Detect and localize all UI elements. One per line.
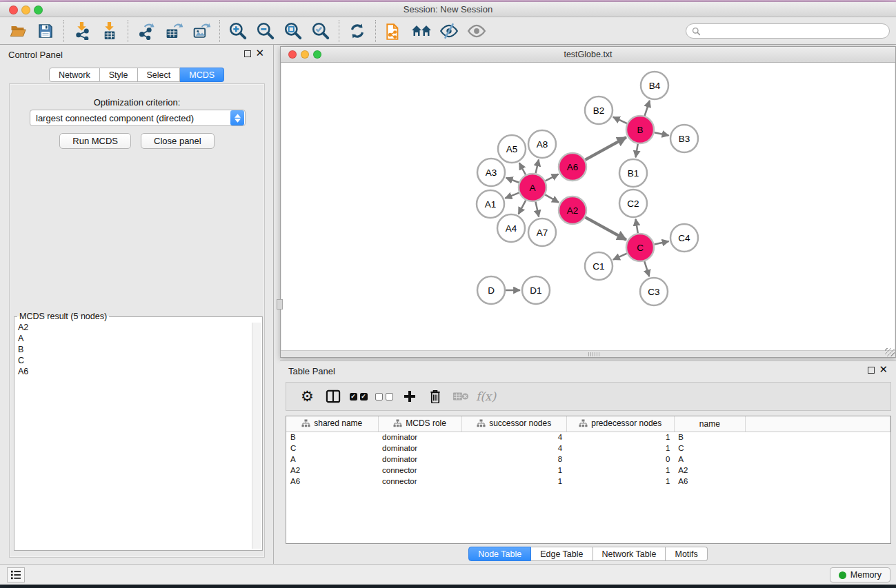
column-header-shared-name[interactable]: shared name	[286, 416, 378, 432]
refresh-view-button[interactable]	[344, 19, 371, 43]
table-cell[interactable]: 1	[566, 465, 674, 476]
memory-button[interactable]: Memory	[830, 567, 890, 582]
table-row[interactable]: Adominator80A	[286, 454, 890, 465]
graph-node-B3[interactable]: B3	[670, 125, 698, 152]
criterion-select[interactable]: largest connected component (directed)	[30, 110, 246, 126]
splitter-grip-icon[interactable]	[588, 352, 601, 356]
graph-node-A5[interactable]: A5	[498, 135, 526, 163]
tab-network-table[interactable]: Network Table	[593, 547, 666, 561]
graph-node-A6[interactable]: A6	[559, 153, 586, 181]
table-row[interactable]: A2connector11A2	[286, 465, 890, 476]
table-cell[interactable]: dominator	[378, 454, 461, 465]
graph-node-C1[interactable]: C1	[585, 252, 613, 280]
graph-node-A4[interactable]: A4	[497, 214, 525, 242]
tab-edge-table[interactable]: Edge Table	[531, 547, 593, 561]
zoom-fit-button[interactable]	[279, 19, 307, 43]
zoom-in-button[interactable]	[224, 19, 252, 43]
tab-node-table[interactable]: Node Table	[468, 547, 531, 561]
select-all-columns-button[interactable]: ✓✓	[346, 385, 371, 408]
zoom-out-button[interactable]	[252, 19, 279, 43]
unselect-all-columns-button[interactable]	[371, 385, 397, 408]
table-cell[interactable]	[745, 465, 890, 476]
edge-A6-B[interactable]	[585, 137, 626, 160]
edge-B-B4[interactable]	[645, 101, 650, 116]
table-row[interactable]: A6connector11A6	[286, 476, 890, 487]
table-cell[interactable]	[745, 476, 890, 487]
table-cell[interactable]: A2	[286, 465, 378, 476]
left-splitter-grip-icon[interactable]	[277, 299, 283, 310]
edge-A2-C[interactable]	[585, 217, 626, 240]
function-builder-button[interactable]: f(x)	[473, 385, 499, 408]
graph-node-D1[interactable]: D1	[522, 276, 550, 304]
close-table-panel-icon[interactable]: ✕	[879, 363, 888, 376]
resize-corner-icon[interactable]	[885, 348, 895, 356]
graph-node-B[interactable]: B	[626, 116, 654, 143]
graph-node-C[interactable]: C	[626, 234, 654, 261]
table-cell[interactable]: connector	[378, 476, 461, 487]
graph-node-B4[interactable]: B4	[641, 72, 668, 99]
graph-node-B2[interactable]: B2	[585, 97, 613, 124]
float-table-panel-icon[interactable]	[868, 367, 875, 374]
create-column-button[interactable]	[397, 385, 422, 408]
node-table[interactable]: shared nameMCDS rolesuccessor nodesprede…	[286, 416, 890, 487]
table-settings-button[interactable]: ⚙	[295, 385, 320, 408]
mcds-result-item[interactable]: C	[18, 355, 262, 366]
graph-node-C4[interactable]: C4	[670, 224, 698, 252]
table-cell[interactable]	[745, 432, 890, 443]
table-cell[interactable]: A6	[286, 476, 378, 487]
table-cell[interactable]: A2	[674, 465, 745, 476]
table-cell[interactable]: 1	[461, 476, 566, 487]
tab-select[interactable]: Select	[138, 68, 181, 82]
mcds-result-item[interactable]: B	[18, 344, 262, 355]
delete-table-button[interactable]	[448, 385, 473, 408]
tab-style[interactable]: Style	[100, 68, 138, 82]
edge-A-A6[interactable]	[546, 174, 559, 181]
table-cell[interactable]: B	[286, 432, 378, 443]
show-column-button[interactable]	[320, 385, 346, 408]
network-canvas[interactable]: B4B2BB3A5A8A6B1A3AC2A1A2A4A7C4CC1C3DD1	[281, 63, 895, 351]
edge-A-A2[interactable]	[545, 194, 559, 202]
tab-network[interactable]: Network	[49, 68, 100, 82]
task-history-button[interactable]	[7, 567, 25, 582]
edge-A-A8[interactable]	[536, 159, 539, 173]
table-cell[interactable]: connector	[378, 465, 461, 476]
table-cell[interactable]: dominator	[378, 432, 461, 443]
graph-node-A[interactable]: A	[519, 174, 546, 201]
delete-column-button[interactable]	[422, 385, 448, 408]
table-cell[interactable]: 1	[461, 465, 566, 476]
table-cell[interactable]	[745, 454, 890, 465]
table-cell[interactable]	[745, 443, 890, 454]
edge-B-B1[interactable]	[636, 144, 638, 158]
table-cell[interactable]: 4	[461, 432, 566, 443]
result-scrollbar[interactable]	[252, 323, 261, 549]
first-neighbors-button[interactable]	[408, 19, 435, 43]
table-cell[interactable]: dominator	[378, 443, 461, 454]
edge-A-A4[interactable]	[519, 201, 526, 214]
edge-C-C1[interactable]	[613, 254, 627, 260]
edge-C-C3[interactable]	[644, 261, 649, 276]
export-image-button[interactable]	[188, 19, 215, 43]
graph-node-A7[interactable]: A7	[528, 219, 556, 246]
mcds-result-item[interactable]: A2	[18, 322, 262, 333]
network-graph[interactable]: B4B2BB3A5A8A6B1A3AC2A1A2A4A7C4CC1C3DD1	[281, 63, 896, 351]
table-cell[interactable]: A	[674, 454, 745, 465]
table-cell[interactable]: 1	[566, 443, 674, 454]
run-mcds-button[interactable]: Run MCDS	[59, 133, 131, 149]
graph-node-B1[interactable]: B1	[619, 159, 647, 187]
edge-B-B2[interactable]	[613, 117, 627, 123]
edge-A-A1[interactable]	[505, 193, 519, 199]
table-cell[interactable]: A6	[674, 476, 745, 487]
graph-node-C2[interactable]: C2	[619, 190, 647, 217]
column-header-name[interactable]: name	[674, 416, 745, 432]
column-header-predecessor-nodes[interactable]: predecessor nodes	[566, 416, 674, 432]
table-cell[interactable]: 0	[566, 454, 674, 465]
open-session-button[interactable]	[4, 19, 32, 43]
graph-node-A3[interactable]: A3	[477, 159, 505, 186]
export-network-button[interactable]	[132, 19, 160, 43]
import-network-button[interactable]	[68, 19, 96, 43]
export-table-button[interactable]	[160, 19, 188, 43]
table-row[interactable]: Bdominator41B	[286, 432, 890, 443]
column-header-successor-nodes[interactable]: successor nodes	[461, 416, 566, 432]
close-panel-button[interactable]: Close panel	[141, 133, 215, 149]
edge-A-A3[interactable]	[506, 178, 519, 183]
